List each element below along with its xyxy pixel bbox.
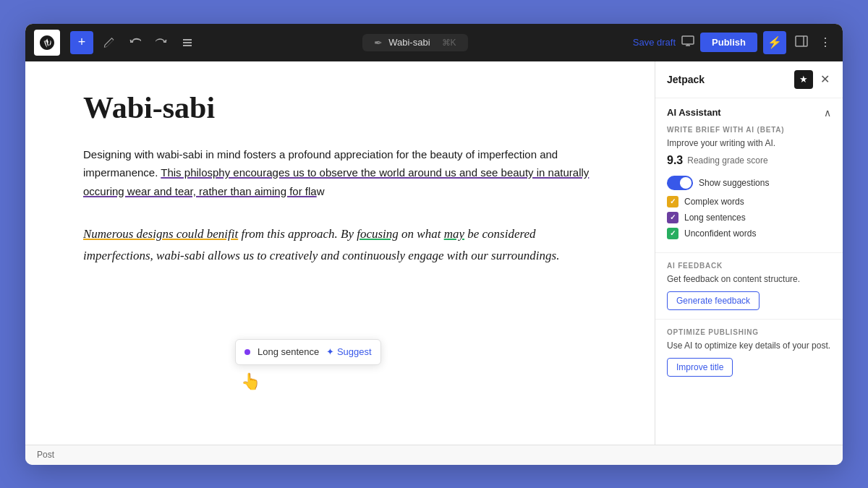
wordpress-logo bbox=[34, 30, 60, 56]
ai-feedback-heading: AI FEEDBACK bbox=[667, 262, 831, 270]
suggestions-toggle[interactable] bbox=[667, 176, 693, 190]
suggest-button[interactable]: ✦ Suggest bbox=[326, 346, 371, 357]
toolbar-center: ✒ Wabi-sabi ⌘K bbox=[203, 34, 627, 51]
para2-green-focusing: focusing bbox=[357, 227, 399, 241]
list-view-button[interactable] bbox=[177, 33, 197, 53]
ai-assistant-header: AI Assistant ∧ bbox=[667, 107, 831, 119]
toolbar-right: Save draft Publish ⚡ ⋮ bbox=[633, 31, 834, 54]
preview-button[interactable] bbox=[681, 35, 694, 50]
sidebar-header: Jetpack ★ ✕ bbox=[655, 61, 843, 98]
add-button[interactable]: + bbox=[70, 31, 93, 54]
main-window: + ✒ Wabi-sabi ⌘K Save draft Publish bbox=[25, 24, 843, 465]
para2-yellow: Numerous designs could benifit bbox=[83, 227, 238, 241]
jetpack-button[interactable]: ⚡ bbox=[763, 31, 786, 54]
complex-words-checkbox[interactable]: ✓ bbox=[667, 196, 678, 207]
editor-area[interactable]: Wabi-sabi Designing with wabi-sabi in mi… bbox=[25, 61, 655, 445]
long-sentences-row: ✓ Long sentences bbox=[667, 212, 831, 223]
more-options-button[interactable]: ⋮ bbox=[817, 33, 834, 52]
generate-feedback-button[interactable]: Generate feedback bbox=[667, 291, 760, 310]
write-brief-text: Improve your writing with AI. bbox=[667, 138, 831, 148]
write-brief-heading: WRITE BRIEF WITH AI (BETA) bbox=[667, 126, 831, 134]
sidebar-title: Jetpack bbox=[667, 74, 705, 85]
main-area: Wabi-sabi Designing with wabi-sabi in mi… bbox=[25, 61, 843, 445]
unconfident-words-row: ✓ Unconfident words bbox=[667, 228, 831, 239]
doc-title: Wabi-sabi bbox=[388, 37, 430, 48]
doc-title-bar[interactable]: ✒ Wabi-sabi ⌘K bbox=[362, 34, 467, 51]
sidebar-toggle-button[interactable] bbox=[792, 33, 811, 53]
complex-words-label: Complex words bbox=[684, 197, 744, 207]
paragraph-1: Designing with wabi-sabi in mind fosters… bbox=[83, 145, 597, 201]
ai-feedback-section: AI FEEDBACK Get feedback on content stru… bbox=[655, 253, 843, 320]
svg-rect-0 bbox=[183, 39, 192, 40]
check-icon-3: ✓ bbox=[670, 229, 676, 237]
toolbar: + ✒ Wabi-sabi ⌘K Save draft Publish bbox=[25, 24, 843, 61]
tooltip-label: Long sentence bbox=[258, 344, 319, 360]
toggle-thumb bbox=[680, 177, 692, 189]
ai-feedback-text: Get feedback on content structure. bbox=[667, 274, 831, 284]
svg-rect-4 bbox=[796, 36, 807, 46]
grade-number: 9.3 bbox=[667, 154, 683, 167]
feather-icon: ✒ bbox=[374, 37, 383, 48]
grade-label: Reading grade score bbox=[687, 155, 767, 166]
sidebar-header-icons: ★ ✕ bbox=[794, 70, 831, 89]
paragraph-2: Numerous designs could benifit from this… bbox=[83, 223, 597, 267]
publish-button[interactable]: Publish bbox=[700, 33, 757, 52]
tooltip-container: Long sentence ✦ Suggest 👆 bbox=[235, 339, 381, 395]
shortcut-hint: ⌘K bbox=[442, 38, 456, 48]
status-bar: Post bbox=[25, 445, 843, 465]
sidebar: Jetpack ★ ✕ AI Assistant ∧ WRITE BRIEF W… bbox=[655, 61, 843, 445]
para2-green-may: may bbox=[444, 227, 464, 241]
long-sentences-label: Long sentences bbox=[684, 213, 746, 223]
ai-assistant-label: AI Assistant bbox=[667, 107, 721, 118]
tooltip-dot bbox=[244, 349, 250, 355]
unconfident-words-label: Unconfident words bbox=[684, 228, 756, 239]
complex-words-row: ✓ Complex words bbox=[667, 196, 831, 207]
cursor-icon: 👆 bbox=[241, 368, 381, 395]
save-draft-button[interactable]: Save draft bbox=[633, 37, 676, 48]
show-suggestions-row: Show suggestions bbox=[667, 176, 831, 190]
close-button[interactable]: ✕ bbox=[819, 71, 831, 87]
show-suggestions-label: Show suggestions bbox=[699, 178, 769, 188]
check-icon-2: ✓ bbox=[670, 213, 676, 221]
tooltip-bubble: Long sentence ✦ Suggest bbox=[235, 339, 381, 365]
svg-rect-2 bbox=[183, 45, 192, 46]
check-icon: ✓ bbox=[670, 197, 676, 205]
grade-score-row: 9.3 Reading grade score bbox=[667, 154, 831, 167]
star-button[interactable]: ★ bbox=[794, 70, 813, 89]
redo-button[interactable] bbox=[151, 33, 171, 53]
status-label: Post bbox=[37, 450, 54, 460]
long-sentences-checkbox[interactable]: ✓ bbox=[667, 212, 678, 223]
unconfident-words-checkbox[interactable]: ✓ bbox=[667, 228, 678, 239]
optimize-heading: OPTIMIZE PUBLISHING bbox=[667, 328, 831, 336]
svg-rect-1 bbox=[183, 42, 192, 43]
optimize-text: Use AI to optimize key details of your p… bbox=[667, 341, 831, 351]
svg-rect-3 bbox=[682, 36, 694, 44]
optimize-section: OPTIMIZE PUBLISHING Use AI to optimize k… bbox=[655, 320, 843, 385]
collapse-button[interactable]: ∧ bbox=[824, 107, 831, 119]
post-title: Wabi-sabi bbox=[83, 90, 597, 125]
undo-button[interactable] bbox=[125, 33, 145, 53]
pencil-button[interactable] bbox=[99, 33, 119, 53]
ai-assistant-section: AI Assistant ∧ WRITE BRIEF WITH AI (BETA… bbox=[655, 98, 843, 253]
improve-title-button[interactable]: Improve title bbox=[667, 358, 733, 377]
para1-cutoff: w bbox=[317, 185, 325, 197]
